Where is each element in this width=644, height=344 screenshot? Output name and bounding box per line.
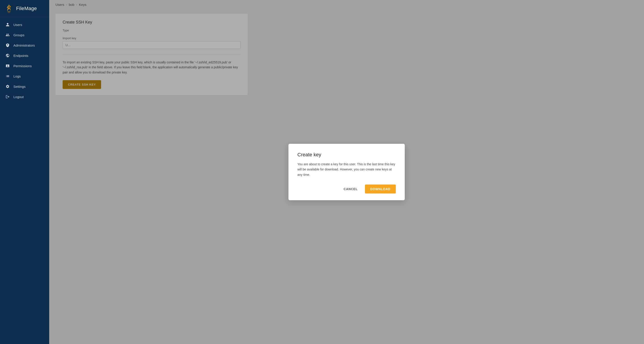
logo-icon <box>4 4 14 13</box>
download-button[interactable]: DOWNLOAD <box>365 185 396 194</box>
logo-area: FileMage <box>0 0 49 17</box>
sidebar-item-logout[interactable]: Logout <box>0 92 49 102</box>
modal-body: You are about to create a key for this u… <box>298 162 396 177</box>
svg-rect-3 <box>8 12 10 12</box>
sidebar: FileMage Users Groups <box>0 0 49 344</box>
sidebar-nav: Users Groups Administrators <box>0 20 49 344</box>
id-card-icon <box>5 64 10 68</box>
gear-icon <box>5 84 10 89</box>
person-icon <box>5 22 10 27</box>
people-icon <box>5 33 10 37</box>
globe-icon <box>5 53 10 58</box>
sidebar-item-administrators-label: Administrators <box>14 44 35 47</box>
modal-actions: CANCEL DOWNLOAD <box>298 185 396 194</box>
sidebar-item-users[interactable]: Users <box>0 20 49 30</box>
logo-text: FileMage <box>16 6 37 12</box>
sidebar-item-groups[interactable]: Groups <box>0 30 49 40</box>
list-icon <box>5 74 10 78</box>
cancel-button[interactable]: CANCEL <box>340 185 361 193</box>
modal-overlay: Create key You are about to create a key… <box>49 0 644 344</box>
sidebar-item-endpoints[interactable]: Endpoints <box>0 50 49 61</box>
admin-icon <box>5 43 10 48</box>
modal-title: Create key <box>298 152 396 158</box>
svg-marker-1 <box>8 5 11 11</box>
sidebar-item-permissions-label: Permissions <box>14 64 32 68</box>
sidebar-item-groups-label: Groups <box>14 33 24 37</box>
sidebar-item-logout-label: Logout <box>14 95 24 99</box>
modal-dialog: Create key You are about to create a key… <box>288 144 405 200</box>
sidebar-item-logs[interactable]: Logs <box>0 71 49 81</box>
main-content: Users › bob › Keys Create SSH Key Type I… <box>49 0 644 344</box>
sidebar-item-permissions[interactable]: Permissions <box>0 61 49 71</box>
svg-rect-4 <box>8 13 10 13</box>
sidebar-item-logs-label: Logs <box>14 74 21 78</box>
sidebar-item-users-label: Users <box>14 23 22 27</box>
svg-rect-2 <box>8 11 10 12</box>
sidebar-item-settings-label: Settings <box>14 85 26 88</box>
logout-icon <box>5 94 10 99</box>
sidebar-item-administrators[interactable]: Administrators <box>0 40 49 50</box>
sidebar-item-settings[interactable]: Settings <box>0 81 49 92</box>
sidebar-item-endpoints-label: Endpoints <box>14 54 28 58</box>
